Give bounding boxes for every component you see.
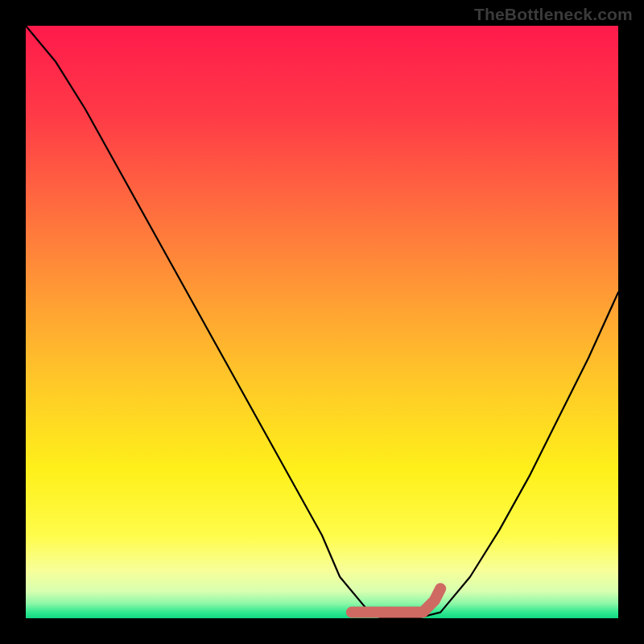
chart-frame: TheBottleneck.com	[0, 0, 644, 644]
watermark-text: TheBottleneck.com	[474, 5, 633, 24]
highlight-segment	[352, 588, 440, 612]
plot-area	[26, 26, 618, 618]
curve-layer	[26, 26, 618, 618]
bottleneck-curve	[26, 26, 618, 618]
